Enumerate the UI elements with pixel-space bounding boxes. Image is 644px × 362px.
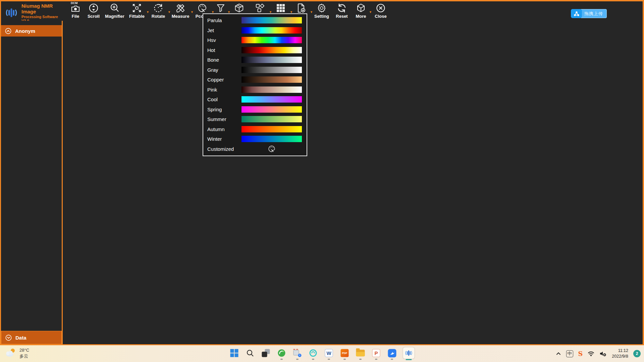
colormap-item-summer[interactable]: Summer: [203, 114, 307, 124]
fittable-icon: [132, 3, 142, 13]
colormap-item-copper[interactable]: Copper: [203, 75, 307, 85]
colormap-item-cool[interactable]: Cool: [203, 95, 307, 105]
colormap-item-label: Autumn: [207, 126, 237, 132]
colormap-item-hot[interactable]: Hot: [203, 45, 307, 55]
reset-button[interactable]: Reset: [333, 3, 351, 19]
colormap-item-autumn[interactable]: Autumn: [203, 124, 307, 134]
colormap-item-gray[interactable]: Gray: [203, 65, 307, 75]
file-export-icon: [296, 3, 306, 13]
weather-widget[interactable]: 28°C 多云: [5, 347, 29, 359]
more-label: More: [356, 14, 366, 19]
colormap-menu: ParulaJetHsvHotBoneGrayCopperPinkCoolSpr…: [203, 13, 307, 156]
more-button[interactable]: ▼ More: [353, 3, 369, 19]
close-circle-icon: [376, 3, 386, 13]
colormap-gradient-bar: [241, 47, 302, 53]
weather-temp: 28°C: [19, 347, 29, 353]
funnel-icon: [216, 3, 226, 13]
measure-icon: [175, 3, 186, 13]
colormap-item-label: Summer: [207, 116, 237, 122]
folder-icon: [356, 350, 365, 356]
colormap-item-label: Winter: [207, 136, 237, 142]
close-button[interactable]: Close: [371, 3, 390, 19]
partly-cloudy-icon: [5, 347, 17, 359]
colormap-item-bone[interactable]: Bone: [203, 55, 307, 65]
close-label: Close: [375, 14, 386, 19]
notification-badge[interactable]: 2: [633, 350, 641, 357]
colormap-item-customized[interactable]: Customized: [203, 144, 307, 154]
taskbar-app-browser-360[interactable]: [277, 348, 286, 358]
magnifier-button[interactable]: Magnifier: [104, 3, 125, 19]
taskbar-app-blue-bird-app[interactable]: [387, 348, 397, 358]
toolbar: Niumag NMR Image Processing Software V3.…: [1, 1, 643, 21]
colormap-gradient-bar: [241, 17, 302, 23]
data-panel-label: Data: [15, 335, 26, 341]
export-button[interactable]: ▼: [292, 3, 310, 14]
setting-label: Setting: [314, 14, 329, 19]
layout-button[interactable]: ▼: [251, 3, 269, 14]
weather-condition: 多云: [19, 353, 29, 359]
colormap-item-label: Hsv: [207, 37, 237, 43]
file-button[interactable]: DCM File: [68, 3, 83, 19]
taskbar-app-snip-tool[interactable]: +: [293, 348, 302, 358]
fittable-label: Fittable: [129, 14, 145, 19]
tray-chevron-up-icon[interactable]: [556, 351, 561, 356]
file-label: File: [72, 14, 79, 19]
wifi-icon[interactable]: [588, 351, 594, 356]
taskbar-app-nmr-app[interactable]: [403, 347, 415, 359]
anonym-panel-header[interactable]: Anonym: [1, 25, 62, 37]
grid-icon: [276, 3, 286, 13]
measure-button[interactable]: ▼ Measure: [170, 3, 191, 19]
sogou-input-icon[interactable]: S: [578, 350, 583, 357]
taskbar-app-file-explorer[interactable]: [356, 348, 365, 358]
colormap-item-label: Parula: [207, 17, 237, 23]
app-title: Niumag NMR Image: [21, 3, 65, 15]
word-icon: W: [325, 349, 333, 357]
filter-button[interactable]: ▼: [214, 3, 228, 14]
dcm-badge: DCM: [71, 1, 78, 5]
colormap-gradient-bar: [241, 76, 302, 83]
windows-logo-icon: [230, 349, 238, 357]
cube-3d-icon: [234, 3, 245, 13]
colormap-item-winter[interactable]: Winter: [203, 134, 307, 144]
taskbar-app-teal-ring-app[interactable]: [309, 348, 318, 358]
taskbar-app-pdf-reader[interactable]: PDF: [340, 348, 350, 358]
netdisk-logo-icon: [571, 9, 582, 18]
taskbar: 28°C 多云 +: [0, 345, 644, 362]
taskbar-app-task-view[interactable]: [261, 348, 271, 358]
colormap-item-jet[interactable]: Jet: [203, 25, 307, 36]
taskbar-app-powerpoint[interactable]: P: [372, 348, 381, 358]
colormap-gradient-bar: [241, 116, 302, 122]
colormap-item-pink[interactable]: Pink: [203, 85, 307, 95]
rotate-button[interactable]: ▼ Rotate: [149, 3, 168, 19]
colormap-item-parula[interactable]: Parula: [203, 15, 307, 25]
rotate-icon: [153, 3, 163, 13]
search-icon: [246, 349, 254, 357]
taskbar-app-windows-start[interactable]: [230, 348, 239, 358]
anonym-panel-label: Anonym: [15, 28, 35, 34]
colormap-item-hsv[interactable]: Hsv: [203, 35, 307, 45]
app-brand: Niumag NMR Image Processing Software V3.…: [1, 1, 68, 23]
setting-button[interactable]: Setting: [312, 3, 331, 19]
volume-muted-icon[interactable]: [599, 351, 607, 357]
colormap-item-label: Hot: [207, 47, 237, 53]
taskbar-app-search[interactable]: [246, 348, 255, 358]
scroll-button[interactable]: Scroll: [85, 3, 102, 19]
colormap-gradient-bar: [241, 136, 302, 142]
data-panel-header[interactable]: Data: [1, 331, 62, 344]
grid-button[interactable]: ▼: [271, 3, 290, 14]
taskbar-app-word[interactable]: W: [324, 348, 334, 358]
colormap-gradient-bar: [241, 57, 302, 63]
snip-tool-icon: +: [293, 349, 302, 357]
ime-language-indicator[interactable]: 中: [566, 350, 573, 357]
fittable-button[interactable]: ▼ Fittable: [127, 3, 147, 19]
colormap-item-spring[interactable]: Spring: [203, 105, 307, 115]
system-tray: 中 S 11:12 2022/9/8 2: [556, 345, 641, 362]
colormap-item-label: Copper: [207, 77, 237, 82]
colormap-gradient-bar: [241, 27, 302, 34]
scroll-icon: [89, 3, 99, 13]
cube-button[interactable]: [230, 3, 249, 14]
netdisk-upload-button[interactable]: 拖拽上传: [571, 9, 607, 18]
clock-widget[interactable]: 11:12 2022/9/8: [612, 348, 628, 359]
dcm-file-icon: DCM: [70, 3, 80, 13]
colormap-gradient-bar: [241, 86, 302, 93]
